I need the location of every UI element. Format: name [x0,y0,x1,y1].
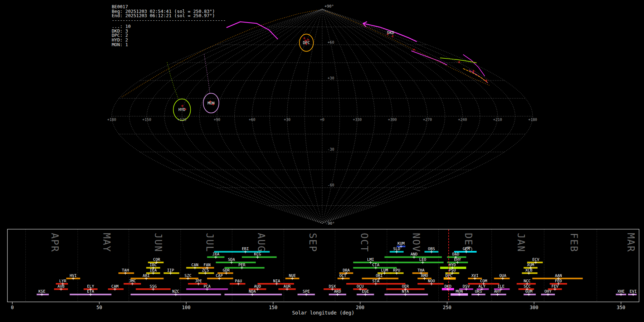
shower-HVI: HVI [66,273,80,280]
shower-label-SCC: SCC [523,284,531,289]
shower-label-QUA: QUA [499,273,506,278]
shower-LEO: LEO [395,257,444,264]
shower-SLD: SLD [390,247,404,253]
x-tick-label-350: 350 [617,305,625,310]
shower-label-PER: PER [238,263,245,267]
shower-label-FAN: FAN [204,263,211,267]
lon-label-90: +90 [214,117,220,122]
lat-label--60: -60 [327,183,334,187]
meteor-detection-marker [458,61,460,63]
lon-label-30: +30 [284,117,291,122]
shower-SSG: SSG [136,284,171,291]
shower-PER: PER [224,263,264,269]
shower-IIP: IIP [164,268,179,275]
shower-label-ILE: ILE [497,284,504,289]
shower-label-ORI: ORI [376,273,383,278]
month-label-APR: APR [49,233,60,253]
shower-NDA: NDA [224,289,282,296]
shower-label-CAM: CAM [111,284,118,289]
shower-label-AUR: AUR [284,284,291,289]
meteor-trail-0 [227,22,278,39]
shower-label-OCT: OCT [339,273,346,278]
shower-label-LMI: LMI [367,257,374,262]
shower-label-KSE: KSE [38,289,45,294]
shower-URS: URS [472,289,486,296]
shower-CAM: CAM [108,284,124,291]
shower-OHY: OHY [541,289,555,296]
shower-DPC: DPC [444,273,456,280]
shower-label-AAN: AAN [555,273,562,278]
shower-label-SDA: SDA [228,257,235,262]
shower-label-HVI: HVI [70,273,77,278]
shower-label-DSX: DSX [329,284,336,289]
shower-label-PCA: PCA [204,284,211,289]
meteor-detection-marker [303,37,306,39]
month-label-MAY: MAY [101,233,112,253]
shower-label-EVI: EVI [630,289,637,294]
shower-label-DSV: DSV [463,284,470,289]
shower-QUA: QUA [494,273,510,280]
shower-AUR: AUR [278,284,296,291]
shower-label-URS: URS [475,289,482,294]
shower-label-PSU: PSU [449,268,456,273]
shower-label-DRA: DRA [343,268,350,273]
shower-AVB: AVB [54,284,68,291]
shower-label-FEV: FEV [551,284,558,289]
shower-bar-KCG [242,256,277,258]
shower-label-IRC: IRC [150,263,157,267]
shower-label-JXA: JXA [212,252,219,257]
shower-NOO: NOO [418,279,444,286]
shower-RPU: RPU [390,268,404,275]
month-label-JAN: JAN [516,233,527,253]
shower-PAU: PAU [230,279,245,286]
shower-label-XUM: XUM [527,263,534,267]
meteor-detection-marker [413,48,415,51]
x-tick-label-50: 50 [97,305,102,310]
shower-label-IIP: IIP [167,268,174,273]
shower-label-ALY: ALY [478,284,486,289]
month-label-SEP: SEP [307,233,318,253]
x-tick-label-250: 250 [443,305,452,310]
shower-bar-PER [224,267,264,268]
shower-XHE: XHE [616,289,626,296]
month-label-JUN: JUN [153,233,164,253]
shower-label-OHY: OHY [545,289,552,294]
shower-label-THA: THA [418,268,425,273]
plot-canvas: HYDMONDPCDKD +90° -90° +180+150+120+90+6… [0,0,644,322]
shower-label-GUM: GUM [525,289,532,294]
lon-label--90: +270 [423,117,432,122]
month-label-NOV: NOV [411,233,422,253]
shower-CAN: CAN [186,263,202,269]
header-separator: ----------------------------------------… [112,18,226,23]
shower-EVI: EVI [628,289,636,296]
activity-timeline: APRMAYJUNJULAUGSEPOCTNOVDECJANFEBMAR KUM… [8,229,639,316]
shower-KCG: KCG [242,252,277,259]
shower-label-HYD: HYD [449,263,456,267]
meteor-observation-screen: HYDMONDPCDKD +90° -90° +180+150+120+90+6… [0,0,644,322]
shower-label-STA: STA [372,279,380,283]
shower-KSE: KSE [37,289,49,296]
shower-GUM: GUM [524,289,536,296]
shower-label-KCG: KCG [254,252,261,257]
observation-header: BE0017 Beg: 20251203 02:54:41 (sol = 250… [112,4,226,47]
shower-label-JMC: JMC [129,279,136,283]
meteor-detection-marker [485,79,488,82]
shower-label-KUM: KUM [397,241,405,246]
radiant-label-HYD: HYD [179,107,186,112]
shower-AND: AND [385,252,442,259]
x-tick-label-300: 300 [530,305,538,310]
lat-label--30: -30 [327,147,334,151]
shower-DKD: DKD [442,284,454,291]
shower-label-ETA: ETA [87,289,94,294]
shower-XCB: XCB [522,268,538,275]
shower-STA: STA [346,279,405,286]
meridian-line--135 [322,9,480,223]
shower-label-ERI: ERI [242,247,249,251]
radiant-DKD: DKD [387,30,394,35]
shower-label-ECV: ECV [532,257,540,262]
shower-label-COM: COM [480,279,487,283]
north-pole-label: +90° [325,4,334,9]
shower-NZC: NZC [131,289,221,296]
shower-count-list: ...: 10DKD: 3DPC: 2HYD: 2MON: 1 [112,24,131,47]
shower-label-DAD: DAD [452,252,459,257]
